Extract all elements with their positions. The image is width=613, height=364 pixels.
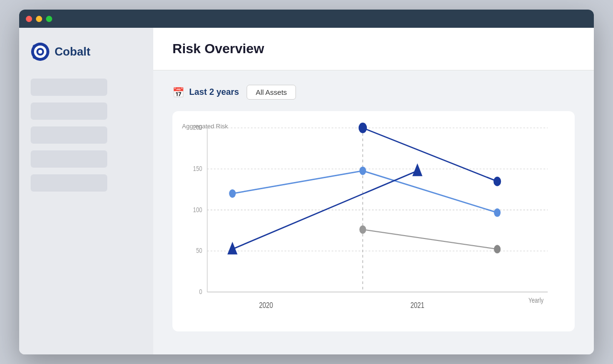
svg-marker-35 <box>412 163 422 176</box>
svg-text:100: 100 <box>193 206 202 214</box>
y-axis-label: Aggregated Risk <box>182 123 228 130</box>
nav-items <box>31 79 142 192</box>
chart-container: Aggregated Risk <box>172 111 575 331</box>
logo-text: Cobalt <box>55 45 91 58</box>
minimize-button[interactable] <box>36 16 42 22</box>
svg-text:50: 50 <box>196 247 202 255</box>
nav-item-2[interactable] <box>31 102 107 120</box>
svg-point-31 <box>229 189 236 198</box>
svg-text:150: 150 <box>193 164 202 172</box>
nav-item-3[interactable] <box>31 126 107 144</box>
sidebar: Cobalt <box>19 28 153 354</box>
page-header: Risk Overview <box>153 28 594 70</box>
app-window: Cobalt Risk Overview 📅 <box>19 10 594 354</box>
titlebar <box>19 10 594 28</box>
date-filter-label: Last 2 years <box>189 87 239 97</box>
svg-rect-5 <box>40 58 41 61</box>
nav-item-1[interactable] <box>31 79 107 96</box>
close-button[interactable] <box>26 16 32 22</box>
svg-text:0: 0 <box>199 288 202 296</box>
calendar-icon: 📅 <box>172 87 184 98</box>
svg-point-27 <box>359 225 366 234</box>
assets-filter-button[interactable]: All Assets <box>247 85 296 100</box>
svg-point-3 <box>38 50 42 54</box>
svg-point-30 <box>493 177 501 186</box>
chart-controls: 📅 Last 2 years All Assets <box>172 85 575 100</box>
svg-rect-6 <box>31 51 34 53</box>
svg-point-28 <box>494 245 500 253</box>
maximize-button[interactable] <box>46 16 52 22</box>
date-filter[interactable]: 📅 Last 2 years <box>172 87 239 98</box>
svg-text:2021: 2021 <box>410 300 424 309</box>
cobalt-logo-icon <box>31 42 50 61</box>
svg-point-32 <box>359 167 366 175</box>
svg-rect-4 <box>40 43 41 45</box>
main-content: Risk Overview 📅 Last 2 years All Assets … <box>153 28 594 354</box>
logo: Cobalt <box>31 42 142 61</box>
app-body: Cobalt Risk Overview 📅 <box>19 28 594 354</box>
svg-text:Yearly: Yearly <box>529 296 544 305</box>
content-area: 📅 Last 2 years All Assets Aggregated Ris… <box>153 70 594 354</box>
page-title: Risk Overview <box>172 41 575 57</box>
risk-chart: 200 150 100 50 0 2020 2021 Yearly <box>182 123 560 324</box>
svg-point-29 <box>359 123 367 133</box>
nav-item-5[interactable] <box>31 174 107 192</box>
svg-point-33 <box>494 208 500 217</box>
svg-rect-7 <box>47 51 49 53</box>
svg-text:2020: 2020 <box>259 300 273 309</box>
nav-item-4[interactable] <box>31 150 107 168</box>
